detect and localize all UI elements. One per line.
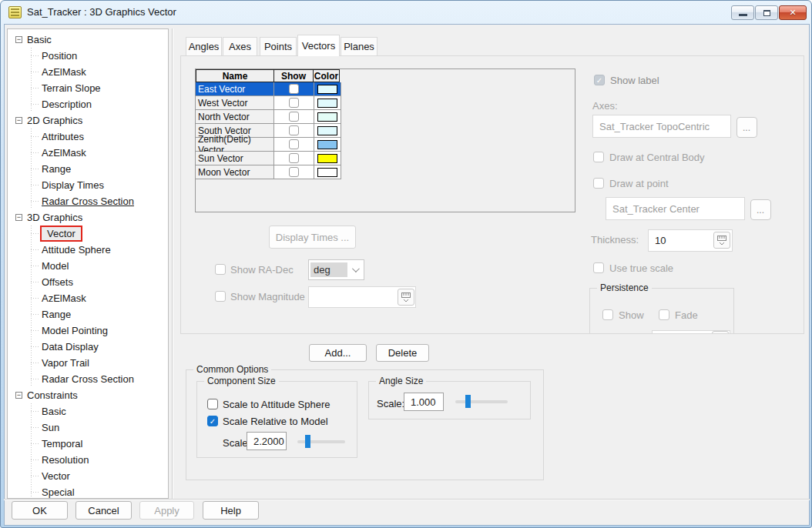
tree-item-attributes[interactable]: Attributes — [8, 129, 168, 145]
component-scale-field[interactable]: 2.2000 — [247, 432, 287, 450]
angle-scale-slider-track[interactable] — [455, 400, 508, 403]
tree-item-3d-graphics[interactable]: −3D Graphics — [8, 209, 168, 226]
tree-item-basic[interactable]: Basic — [8, 403, 168, 419]
angle-scale-field[interactable]: 1.000 — [404, 393, 444, 411]
show-checkbox[interactable] — [289, 139, 299, 149]
tree-item-temporal[interactable]: Temporal — [8, 436, 168, 452]
tab-planes[interactable]: Planes — [341, 37, 377, 55]
axes-field[interactable]: Sat_Tracker TopoCentric — [592, 115, 731, 138]
vector-name-cell[interactable]: West Vector — [196, 96, 274, 110]
close-button[interactable]: ✕ — [779, 5, 807, 20]
collapse-icon[interactable]: − — [15, 392, 22, 399]
tree-item-basic[interactable]: −Basic — [8, 32, 168, 48]
show-checkbox[interactable] — [289, 98, 299, 108]
magnitude-slider-popup-button[interactable] — [398, 289, 414, 306]
thickness-slider-popup-button[interactable] — [713, 232, 730, 249]
draw-central-body-checkbox[interactable] — [593, 152, 604, 162]
scale-relative-to-model-checkbox[interactable]: ✓ — [207, 416, 218, 426]
scale-to-attitude-sphere-checkbox[interactable] — [207, 399, 218, 409]
tree-item-description[interactable]: Description — [8, 96, 168, 112]
tab-angles[interactable]: Angles — [186, 37, 222, 55]
axes-browse-button[interactable]: ... — [737, 117, 757, 138]
tree-item-sun[interactable]: Sun — [8, 419, 168, 436]
ra-dec-units-dropdown[interactable]: deg — [308, 259, 364, 280]
title-bar[interactable]: Sat_Tracker : 3D Graphics Vector ✕ — [1, 1, 811, 24]
show-magnitude-checkbox[interactable] — [215, 291, 226, 302]
show-checkbox[interactable] — [289, 84, 299, 94]
show-checkbox[interactable] — [289, 125, 299, 135]
draw-at-point-checkbox[interactable] — [593, 178, 604, 189]
tree-item-special[interactable]: Special — [8, 484, 168, 499]
tree-item-vapor-trail[interactable]: Vapor Trail — [8, 355, 168, 371]
tree-item-model[interactable]: Model — [8, 258, 168, 274]
tree-item-attitude-sphere[interactable]: Attitude Sphere — [8, 242, 168, 258]
table-row-sun-vector[interactable]: Sun Vector — [196, 152, 575, 165]
color-swatch[interactable] — [317, 99, 337, 108]
color-swatch[interactable] — [317, 85, 337, 94]
tree-item-azelmask[interactable]: AzElMask — [8, 290, 168, 306]
table-row-north-vector[interactable]: North Vector — [196, 110, 575, 124]
tree-item-resolution[interactable]: Resolution — [8, 452, 168, 468]
show-label-checkbox[interactable]: ✓ — [594, 75, 605, 85]
tree-item-constraints[interactable]: −Constraints — [8, 387, 168, 403]
angle-scale-slider-thumb[interactable] — [465, 395, 471, 408]
collapse-icon[interactable]: − — [15, 117, 22, 124]
tree-item-display-times[interactable]: Display Times — [8, 177, 168, 193]
tree-item-radar-cross-section[interactable]: Radar Cross Section — [8, 371, 168, 387]
table-row-zenith-detic-vector[interactable]: Zenith(Detic) Vector — [196, 138, 575, 152]
tree-item-model-pointing[interactable]: Model Pointing — [8, 322, 168, 339]
color-swatch[interactable] — [317, 126, 337, 135]
vector-name-cell[interactable]: North Vector — [196, 110, 274, 124]
color-swatch[interactable] — [317, 154, 337, 163]
maximize-button[interactable] — [755, 5, 778, 20]
color-swatch[interactable] — [317, 168, 337, 177]
show-cell — [274, 165, 314, 179]
tree-item-data-display[interactable]: Data Display — [8, 339, 168, 355]
color-swatch[interactable] — [317, 112, 337, 122]
tree-item-radar-cross-section[interactable]: Radar Cross Section — [8, 193, 168, 209]
component-scale-slider-thumb[interactable] — [305, 435, 310, 448]
show-ra-dec-checkbox[interactable] — [215, 264, 226, 275]
tree-item-2d-graphics[interactable]: −2D Graphics — [8, 112, 168, 129]
collapse-icon[interactable]: − — [15, 36, 22, 43]
add-button[interactable]: Add... — [309, 344, 367, 362]
delete-button[interactable]: Delete — [376, 344, 429, 362]
show-checkbox[interactable] — [289, 112, 299, 122]
tab-points[interactable]: Points — [260, 37, 297, 55]
tab-vectors[interactable]: Vectors — [297, 35, 340, 56]
tree-item-vector[interactable]: Vector — [8, 226, 168, 242]
use-true-scale-checkbox[interactable] — [593, 262, 604, 273]
show-checkbox[interactable] — [289, 153, 299, 163]
vector-name-cell[interactable]: East Vector — [196, 82, 274, 96]
tree-item-vector[interactable]: Vector — [8, 468, 168, 484]
persistence-slider-popup-button[interactable] — [712, 331, 729, 334]
persistence-show-checkbox[interactable] — [602, 309, 613, 320]
ok-button[interactable]: OK — [12, 501, 68, 520]
apply-button[interactable]: Apply — [139, 501, 194, 520]
vector-name-cell[interactable]: Sun Vector — [196, 152, 274, 165]
show-checkbox[interactable] — [289, 167, 299, 177]
minimize-button[interactable] — [731, 5, 754, 20]
table-row-west-vector[interactable]: West Vector — [196, 96, 575, 110]
point-browse-button[interactable]: ... — [750, 199, 771, 220]
table-row-moon-vector[interactable]: Moon Vector — [196, 165, 575, 179]
table-row-east-vector[interactable]: East Vector — [196, 82, 575, 96]
tree-item-position[interactable]: Position — [8, 48, 168, 64]
collapse-icon[interactable]: − — [15, 214, 22, 221]
tree-item-range[interactable]: Range — [8, 161, 168, 177]
tree-item-azelmask[interactable]: AzElMask — [8, 145, 168, 161]
display-times-button[interactable]: Display Times ... — [269, 226, 356, 249]
tree-item-offsets[interactable]: Offsets — [8, 274, 168, 290]
tree-item-label: Model — [42, 260, 69, 272]
tree-item-terrain-slope[interactable]: Terrain Slope — [8, 80, 168, 96]
draw-point-field[interactable]: Sat_Tracker Center — [606, 197, 745, 220]
vector-name-cell[interactable]: Moon Vector — [196, 165, 274, 179]
color-swatch[interactable] — [317, 140, 337, 149]
cancel-button[interactable]: Cancel — [75, 501, 132, 520]
tree-item-range[interactable]: Range — [8, 306, 168, 322]
tab-axes[interactable]: Axes — [223, 37, 257, 55]
tree-item-azelmask[interactable]: AzElMask — [8, 64, 168, 80]
vector-name-cell[interactable]: Zenith(Detic) Vector — [196, 138, 274, 152]
persistence-fade-checkbox[interactable] — [659, 309, 669, 320]
help-button[interactable]: Help — [203, 501, 259, 520]
